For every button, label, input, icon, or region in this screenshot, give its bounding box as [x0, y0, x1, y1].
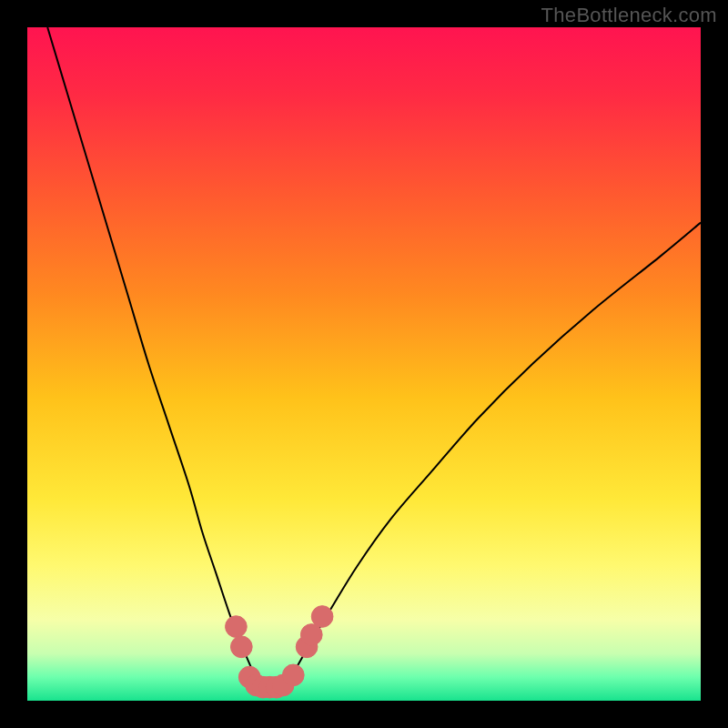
curve-marker: [282, 664, 304, 686]
curve-marker: [226, 616, 248, 638]
curve-marker: [311, 606, 333, 628]
curve-marker: [230, 636, 252, 658]
watermark-text: TheBottleneck.com: [541, 4, 717, 27]
chart-frame: TheBottleneck.com: [0, 0, 728, 728]
bottleneck-chart: [27, 27, 701, 701]
chart-background: [27, 27, 701, 701]
